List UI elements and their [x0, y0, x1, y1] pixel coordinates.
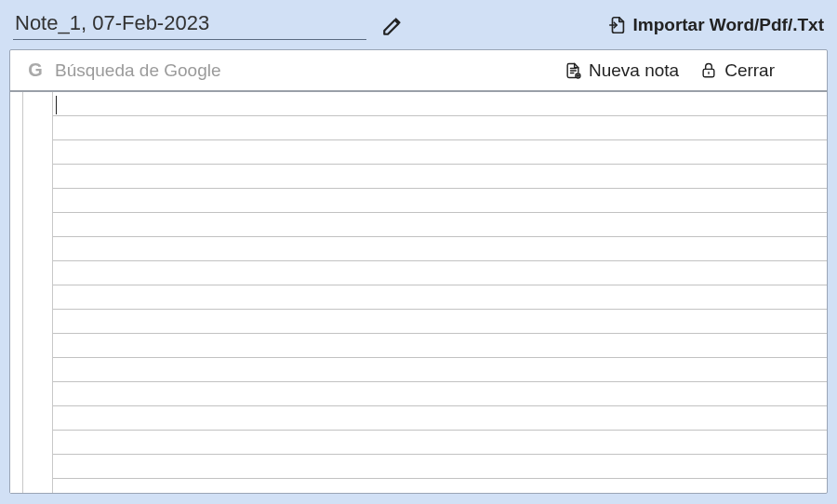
toolbar-actions: Nueva nota Cerrar — [564, 60, 775, 81]
google-search-input[interactable] — [55, 60, 554, 81]
header-bar: Importar Word/Pdf/.Txt — [0, 0, 837, 47]
google-g-icon: G — [25, 60, 46, 81]
note-toolbar: G Nueva nota — [10, 50, 827, 92]
lock-icon — [699, 60, 718, 81]
margin-line-inner — [23, 92, 53, 493]
new-note-icon — [564, 60, 582, 81]
search-wrap: G — [25, 60, 554, 81]
new-note-button[interactable]: Nueva nota — [564, 60, 679, 81]
note-title-input[interactable] — [13, 9, 366, 40]
import-button[interactable]: Importar Word/Pdf/.Txt — [607, 15, 824, 35]
close-label: Cerrar — [724, 60, 775, 81]
import-file-icon — [607, 15, 628, 35]
editor-area — [10, 92, 827, 493]
note-text-editor[interactable] — [53, 92, 827, 493]
close-button[interactable]: Cerrar — [699, 60, 775, 81]
import-label: Importar Word/Pdf/.Txt — [633, 15, 824, 35]
new-note-label: Nueva nota — [589, 60, 679, 81]
note-panel: G Nueva nota — [9, 49, 828, 494]
margin-line-outer — [10, 92, 23, 493]
pencil-icon[interactable] — [381, 13, 405, 37]
